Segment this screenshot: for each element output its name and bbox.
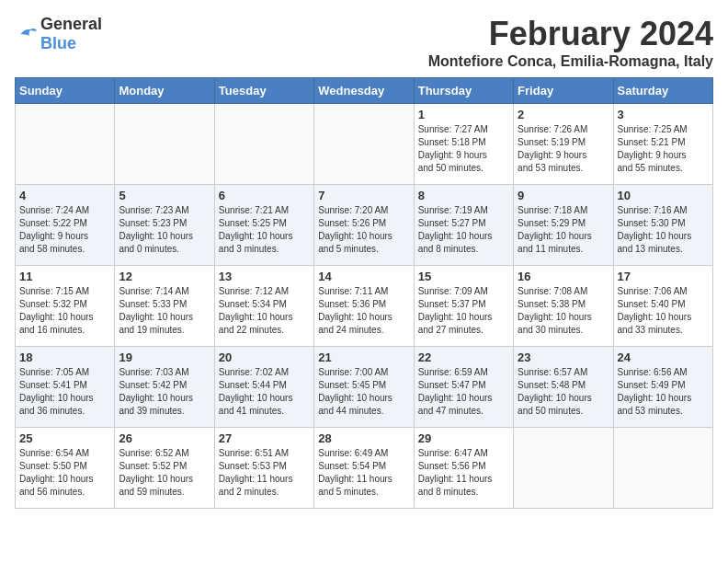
calendar-cell: 3Sunrise: 7:25 AM Sunset: 5:21 PM Daylig… <box>613 104 712 185</box>
cell-daylight-info: Sunrise: 7:27 AM Sunset: 5:18 PM Dayligh… <box>418 123 509 175</box>
logo: General Blue <box>15 15 102 53</box>
calendar-cell: 20Sunrise: 7:02 AM Sunset: 5:44 PM Dayli… <box>214 347 313 428</box>
cell-daylight-info: Sunrise: 6:57 AM Sunset: 5:48 PM Dayligh… <box>518 366 609 418</box>
cell-daylight-info: Sunrise: 6:52 AM Sunset: 5:52 PM Dayligh… <box>119 447 210 499</box>
day-header-monday: Monday <box>115 78 214 104</box>
week-row-5: 25Sunrise: 6:54 AM Sunset: 5:50 PM Dayli… <box>16 428 713 509</box>
cell-daylight-info: Sunrise: 7:24 AM Sunset: 5:22 PM Dayligh… <box>19 204 110 256</box>
date-number: 29 <box>418 431 509 445</box>
date-number: 3 <box>618 108 709 121</box>
location-subtitle: Montefiore Conca, Emilia-Romagna, Italy <box>428 53 713 70</box>
date-number: 25 <box>19 431 110 445</box>
calendar-cell: 5Sunrise: 7:23 AM Sunset: 5:23 PM Daylig… <box>115 185 214 266</box>
header: General Blue February 2024 Montefiore Co… <box>15 15 713 70</box>
month-title: February 2024 <box>428 15 713 53</box>
calendar-cell: 15Sunrise: 7:09 AM Sunset: 5:37 PM Dayli… <box>414 266 513 347</box>
date-number: 23 <box>518 350 609 364</box>
week-row-2: 4Sunrise: 7:24 AM Sunset: 5:22 PM Daylig… <box>16 185 713 266</box>
calendar-cell: 10Sunrise: 7:16 AM Sunset: 5:30 PM Dayli… <box>613 185 712 266</box>
week-row-3: 11Sunrise: 7:15 AM Sunset: 5:32 PM Dayli… <box>16 266 713 347</box>
date-number: 28 <box>318 431 409 445</box>
logo-blue: Blue <box>40 34 76 52</box>
date-number: 14 <box>318 270 409 283</box>
calendar-cell: 18Sunrise: 7:05 AM Sunset: 5:41 PM Dayli… <box>16 347 115 428</box>
calendar-cell: 17Sunrise: 7:06 AM Sunset: 5:40 PM Dayli… <box>613 266 712 347</box>
cell-daylight-info: Sunrise: 7:20 AM Sunset: 5:26 PM Dayligh… <box>318 204 409 256</box>
day-header-thursday: Thursday <box>414 78 513 104</box>
cell-daylight-info: Sunrise: 7:00 AM Sunset: 5:45 PM Dayligh… <box>318 366 409 418</box>
calendar-cell <box>214 104 313 185</box>
calendar-cell: 9Sunrise: 7:18 AM Sunset: 5:29 PM Daylig… <box>514 185 613 266</box>
cell-daylight-info: Sunrise: 7:06 AM Sunset: 5:40 PM Dayligh… <box>618 285 709 337</box>
week-row-4: 18Sunrise: 7:05 AM Sunset: 5:41 PM Dayli… <box>16 347 713 428</box>
day-header-wednesday: Wednesday <box>314 78 414 104</box>
date-number: 12 <box>119 270 210 283</box>
calendar-cell: 8Sunrise: 7:19 AM Sunset: 5:27 PM Daylig… <box>414 185 513 266</box>
calendar-cell <box>514 428 613 509</box>
cell-daylight-info: Sunrise: 6:54 AM Sunset: 5:50 PM Dayligh… <box>19 447 110 499</box>
cell-daylight-info: Sunrise: 7:12 AM Sunset: 5:34 PM Dayligh… <box>219 285 310 337</box>
cell-daylight-info: Sunrise: 6:56 AM Sunset: 5:49 PM Dayligh… <box>618 366 709 418</box>
cell-daylight-info: Sunrise: 7:25 AM Sunset: 5:21 PM Dayligh… <box>618 123 709 175</box>
date-number: 5 <box>119 189 210 202</box>
date-number: 6 <box>219 189 310 202</box>
cell-daylight-info: Sunrise: 7:15 AM Sunset: 5:32 PM Dayligh… <box>19 285 110 337</box>
date-number: 11 <box>19 270 110 283</box>
cell-daylight-info: Sunrise: 7:09 AM Sunset: 5:37 PM Dayligh… <box>418 285 509 337</box>
cell-daylight-info: Sunrise: 7:26 AM Sunset: 5:19 PM Dayligh… <box>518 123 609 175</box>
cell-daylight-info: Sunrise: 7:08 AM Sunset: 5:38 PM Dayligh… <box>518 285 609 337</box>
calendar-table: SundayMondayTuesdayWednesdayThursdayFrid… <box>15 77 713 509</box>
date-number: 15 <box>418 270 509 283</box>
day-header-row: SundayMondayTuesdayWednesdayThursdayFrid… <box>16 78 713 104</box>
cell-daylight-info: Sunrise: 7:05 AM Sunset: 5:41 PM Dayligh… <box>19 366 110 418</box>
calendar-cell <box>115 104 214 185</box>
date-number: 7 <box>318 189 409 202</box>
calendar-cell <box>16 104 115 185</box>
calendar-cell: 28Sunrise: 6:49 AM Sunset: 5:54 PM Dayli… <box>314 428 414 509</box>
day-header-sunday: Sunday <box>16 78 115 104</box>
cell-daylight-info: Sunrise: 7:14 AM Sunset: 5:33 PM Dayligh… <box>119 285 210 337</box>
date-number: 1 <box>418 108 509 121</box>
date-number: 19 <box>119 350 210 364</box>
cell-daylight-info: Sunrise: 7:23 AM Sunset: 5:23 PM Dayligh… <box>119 204 210 256</box>
date-number: 17 <box>618 270 709 283</box>
calendar-cell: 21Sunrise: 7:00 AM Sunset: 5:45 PM Dayli… <box>314 347 414 428</box>
date-number: 9 <box>518 189 609 202</box>
date-number: 16 <box>518 270 609 283</box>
cell-daylight-info: Sunrise: 6:51 AM Sunset: 5:53 PM Dayligh… <box>219 447 310 499</box>
calendar-cell <box>613 428 712 509</box>
date-number: 22 <box>418 350 509 364</box>
logo-general: General <box>40 15 102 33</box>
calendar-cell: 13Sunrise: 7:12 AM Sunset: 5:34 PM Dayli… <box>214 266 313 347</box>
cell-daylight-info: Sunrise: 7:03 AM Sunset: 5:42 PM Dayligh… <box>119 366 210 418</box>
calendar-cell: 1Sunrise: 7:27 AM Sunset: 5:18 PM Daylig… <box>414 104 513 185</box>
calendar-cell: 23Sunrise: 6:57 AM Sunset: 5:48 PM Dayli… <box>514 347 613 428</box>
cell-daylight-info: Sunrise: 7:19 AM Sunset: 5:27 PM Dayligh… <box>418 204 509 256</box>
cell-daylight-info: Sunrise: 7:21 AM Sunset: 5:25 PM Dayligh… <box>219 204 310 256</box>
date-number: 2 <box>518 108 609 121</box>
calendar-cell: 25Sunrise: 6:54 AM Sunset: 5:50 PM Dayli… <box>16 428 115 509</box>
calendar-cell: 24Sunrise: 6:56 AM Sunset: 5:49 PM Dayli… <box>613 347 712 428</box>
cell-daylight-info: Sunrise: 6:47 AM Sunset: 5:56 PM Dayligh… <box>418 447 509 499</box>
date-number: 8 <box>418 189 509 202</box>
calendar-cell: 22Sunrise: 6:59 AM Sunset: 5:47 PM Dayli… <box>414 347 513 428</box>
calendar-cell: 11Sunrise: 7:15 AM Sunset: 5:32 PM Dayli… <box>16 266 115 347</box>
day-header-friday: Friday <box>514 78 613 104</box>
calendar-cell: 4Sunrise: 7:24 AM Sunset: 5:22 PM Daylig… <box>16 185 115 266</box>
calendar-cell: 14Sunrise: 7:11 AM Sunset: 5:36 PM Dayli… <box>314 266 414 347</box>
cell-daylight-info: Sunrise: 7:16 AM Sunset: 5:30 PM Dayligh… <box>618 204 709 256</box>
cell-daylight-info: Sunrise: 7:11 AM Sunset: 5:36 PM Dayligh… <box>318 285 409 337</box>
date-number: 21 <box>318 350 409 364</box>
date-number: 26 <box>119 431 210 445</box>
week-row-1: 1Sunrise: 7:27 AM Sunset: 5:18 PM Daylig… <box>16 104 713 185</box>
cell-daylight-info: Sunrise: 7:02 AM Sunset: 5:44 PM Dayligh… <box>219 366 310 418</box>
day-header-saturday: Saturday <box>613 78 712 104</box>
cell-daylight-info: Sunrise: 6:59 AM Sunset: 5:47 PM Dayligh… <box>418 366 509 418</box>
calendar-cell: 2Sunrise: 7:26 AM Sunset: 5:19 PM Daylig… <box>514 104 613 185</box>
calendar-cell: 7Sunrise: 7:20 AM Sunset: 5:26 PM Daylig… <box>314 185 414 266</box>
date-number: 18 <box>19 350 110 364</box>
date-number: 4 <box>19 189 110 202</box>
calendar-cell <box>314 104 414 185</box>
day-header-tuesday: Tuesday <box>214 78 313 104</box>
calendar-cell: 19Sunrise: 7:03 AM Sunset: 5:42 PM Dayli… <box>115 347 214 428</box>
